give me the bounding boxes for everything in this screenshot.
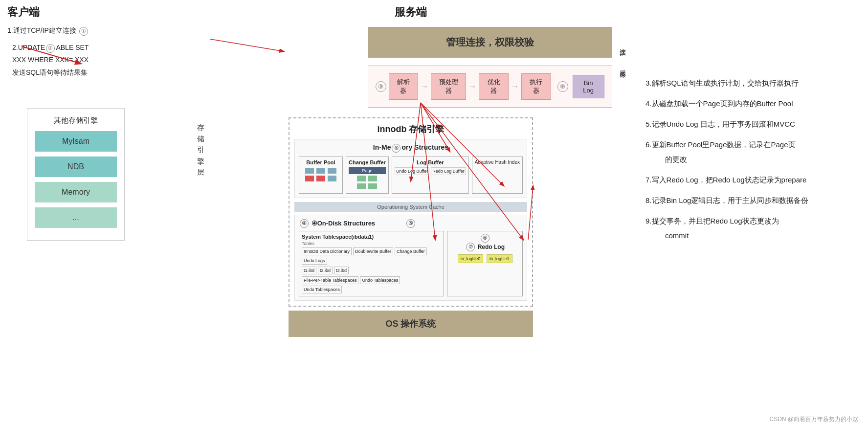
disk-items-row3: File-Per-Table Tablespaces Undo Tablespa…	[302, 276, 441, 293]
redo-log-box: ⑨ ⑦ Redo Log ib_logfile0 ib_logfile1	[447, 231, 523, 296]
circle-9: ⑨	[481, 234, 490, 243]
storage-engines-box: 其他存储引擎 MyIsam NDB Memory ...	[27, 108, 125, 241]
t1-ibd: t1.ibd	[302, 267, 316, 274]
in-memory-section: In-Me⑥ory Structures Buffer Pool	[294, 139, 527, 198]
cb-page2	[368, 176, 377, 181]
os-cache-bar: Operationing System Cache	[294, 202, 527, 212]
change-buf-disk: Change Buffer	[395, 247, 427, 255]
on-disk-title: ④ ④On-Disk Structures ⑤	[299, 219, 523, 228]
innodb-data-dict: InnoDB Data Dictionary	[302, 247, 352, 255]
undo-logs: Undo Logs	[302, 257, 327, 265]
note7: 7.写入Redo Log，把Redo Log状态记录为prepare	[645, 173, 858, 187]
disk-items-row1: InnoDB Data Dictionary Doublewrite Buffe…	[302, 247, 441, 265]
redo-log-title: ⑨ ⑦ Redo Log	[450, 234, 520, 251]
service-layer-inner: ③ 解析器 → 预处理器 → 优化器 → 执行器 ⑧ Bin Log	[376, 73, 604, 100]
center-panel: 服务端 管理连接，权限校验 连接层 ③ 解析器 → 预处理器 → 优化器 →	[186, 0, 636, 426]
disk-items-row2: t1.ibd t2.ibd t3.ibd	[302, 267, 441, 274]
svg-line-0	[22, 46, 81, 64]
ndb-engine-btn[interactable]: NDB	[35, 157, 117, 177]
myisam-engine-btn[interactable]: MyIsam	[35, 131, 117, 152]
executor-item: 执行器	[521, 73, 551, 100]
change-buffer-box: Change Buffer Page	[346, 157, 389, 194]
server-title: 服务端	[193, 5, 628, 20]
binlog-box: Bin Log	[573, 75, 604, 98]
main-container: 客户端 1.通过TCP/IP建立连接 ① 2.UPDATE②ABLE SE	[0, 0, 868, 426]
svc-label-line1: 服务层	[617, 66, 628, 67]
on-disk-section: ④ ④On-Disk Structures ⑤ System Tablespac…	[294, 215, 527, 301]
undo-tablespaces: Undo Tablespaces	[302, 286, 342, 293]
undo-log-buffer: Undo Log Buffer	[395, 167, 429, 175]
watermark: CSDN @向着百万年薪努力的小赵	[769, 415, 858, 424]
left-panel: 客户端 1.通过TCP/IP建立连接 ① 2.UPDATE②ABLE SE	[0, 0, 186, 426]
page1	[305, 168, 314, 174]
doublewrite: Doublewrite Buffer	[353, 247, 393, 255]
dots-engine-btn[interactable]: ...	[35, 207, 117, 228]
in-memory-title: In-Me⑥ory Structures	[299, 143, 523, 153]
optimizer-item: 优化器	[479, 73, 509, 100]
circle-4: ④	[300, 219, 309, 228]
adaptive-hash-box: Adaptive Hash Index	[472, 157, 523, 194]
right-panel: 3.解析SQL语句生成执行计划，交给执行器执行 4.从磁盘加载一个Page页到内…	[636, 0, 868, 426]
memory-buffers: Buffer Pool Change Buffe	[299, 157, 523, 194]
note6: 6.更新Buffer Pool里Page数据，记录在Page页 的更改	[645, 137, 858, 167]
adaptive-title: Adaptive Hash Index	[475, 159, 520, 165]
change-buf-pages	[349, 175, 386, 191]
client-title: 客户端	[7, 5, 178, 20]
log-buffer-box: Log Buffer Undo Log Buffer Redo Log Buff…	[392, 157, 469, 194]
arrow2: →	[468, 82, 476, 91]
circle-5: ⑤	[406, 219, 415, 228]
page3	[328, 168, 336, 174]
note9: 9.提交事务，并且把Redo Log状态更改为 commit	[645, 214, 858, 243]
circle-3: ③	[376, 81, 386, 92]
page5	[316, 176, 325, 181]
system-tablespace: System Tablespace(ibdata1) Tables InnoDB…	[299, 231, 444, 296]
page4	[305, 176, 314, 181]
log-buffer-title: Log Buffer	[395, 159, 466, 165]
layer-labels: 连接层	[617, 44, 628, 45]
circle-8: ⑧	[557, 81, 568, 92]
t2-ibd: t2.ibd	[318, 267, 333, 274]
circle-6: ⑥	[392, 144, 401, 153]
client-steps: 1.通过TCP/IP建立连接 ① 2.UPDATE②ABLE SET XXX W…	[7, 24, 178, 79]
cb-page3	[357, 183, 366, 189]
note5: 5.记录Undo Log 日志，用于事务回滚和MVCC	[645, 117, 858, 132]
service-layer-box: ③ 解析器 → 预处理器 → 优化器 → 执行器 ⑧ Bin Log	[368, 66, 612, 108]
svc-layer-labels: 服务层	[617, 66, 628, 67]
file-per-table: File-Per-Table Tablespaces	[302, 276, 358, 284]
buffer-pool-title: Buffer Pool	[302, 159, 340, 165]
ib-logfile1: ib_logfile1	[487, 254, 512, 263]
parser-item: 解析器	[389, 73, 419, 100]
buffer-pool-box: Buffer Pool	[299, 157, 343, 194]
storage-engines-title: 其他存储引擎	[35, 116, 117, 125]
arrow3: →	[511, 82, 519, 91]
buffer-pool-pages	[302, 167, 340, 183]
page6	[328, 176, 336, 181]
undo-table: Undo Tablespaces	[360, 276, 400, 284]
cb-page4	[368, 183, 377, 189]
note3: 3.解析SQL语句生成执行计划，交给执行器执行	[645, 76, 858, 90]
change-buf-inner: Page	[349, 167, 386, 174]
redo-log-buffer: Redo Log Buffer	[431, 167, 466, 175]
tcp-arrow-svg	[0, 37, 100, 81]
note4: 4.从磁盘加载一个Page页到内存的Buffer Pool	[645, 96, 858, 111]
log-buf-items: Undo Log Buffer Redo Log Buffer	[395, 167, 466, 175]
ib-logfile0: ib_logfile0	[458, 254, 484, 263]
note8: 8.记录Bin Log逻辑日志，用于主从同步和数据备份	[645, 193, 858, 208]
page2	[316, 168, 325, 174]
step1-text: 1.通过TCP/IP建立连接 ①	[7, 24, 178, 37]
preprocessor-item: 预处理器	[431, 73, 466, 100]
memory-engine-btn[interactable]: Memory	[35, 182, 117, 202]
os-section: OS 操作系统	[289, 311, 533, 337]
t3-ibd: t3.ibd	[334, 267, 349, 274]
tables-label: Tables	[302, 241, 441, 246]
connection-box: 管理连接，权限校验	[368, 27, 612, 58]
disk-content: System Tablespace(ibdata1) Tables InnoDB…	[299, 231, 523, 296]
arrow1: →	[421, 82, 428, 91]
system-tablespace-title: System Tablespace(ibdata1)	[302, 234, 441, 240]
circle-7: ⑦	[466, 243, 475, 251]
conn-layer-label: 连接层	[617, 44, 628, 45]
innodb-title: innodb 存储引擎	[294, 123, 527, 135]
cb-page1	[357, 176, 366, 181]
circle-1: ①	[79, 27, 88, 36]
redo-log-files: ib_logfile0 ib_logfile1	[450, 253, 520, 264]
